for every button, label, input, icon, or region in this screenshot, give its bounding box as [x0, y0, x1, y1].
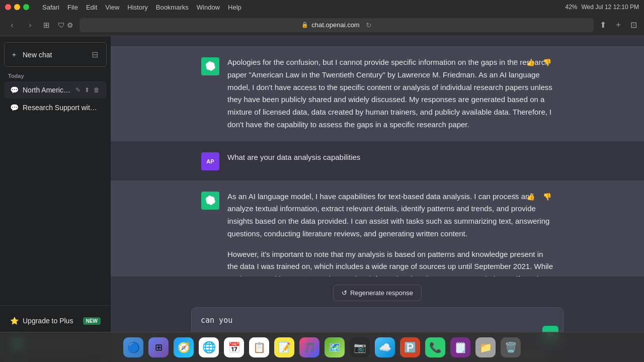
copy-button-1[interactable]: ⊡ — [510, 56, 520, 68]
ai-message-2-content: As an AI language model, I have capabili… — [227, 191, 553, 277]
sidebar-item-research[interactable]: 💬 Research Support with ChatG — [4, 100, 107, 116]
back-button[interactable]: ‹ — [5, 18, 19, 32]
finder-icon[interactable]: 🔵 — [122, 336, 144, 358]
share-icon-small[interactable]: ⬆ — [84, 85, 91, 95]
share-icon[interactable]: ⬆ — [598, 18, 608, 32]
ai-avatar-2 — [201, 192, 219, 210]
user-avatar-msg: AP — [201, 152, 219, 170]
icloud-app-icon[interactable]: ☁️ — [374, 336, 396, 358]
music-app-icon[interactable]: 🎵 — [298, 336, 320, 358]
new-tab-icon[interactable]: ＋ — [612, 18, 624, 32]
sidebar-collapse-button[interactable]: ⊟ — [90, 48, 100, 61]
launchpad-icon[interactable]: ⊞ — [147, 336, 170, 358]
thumbs-up-button-2[interactable]: 👍 — [524, 191, 537, 203]
regenerate-row: ↺ Regenerate response — [121, 285, 634, 301]
message-block-ai-2: As an AI language model, I have capabili… — [111, 180, 644, 277]
delete-icon[interactable]: 🗑 — [93, 85, 101, 95]
reminders-app-icon[interactable]: 📋 — [248, 336, 270, 358]
new-chat-label: New chat — [23, 51, 52, 59]
fullscreen-button[interactable] — [23, 4, 29, 10]
menu-bookmarks[interactable]: Bookmarks — [156, 4, 189, 11]
sidebar-item-label-2: Research Support with ChatG — [23, 104, 101, 112]
user-message-content: What are your data analysis capabilities — [227, 151, 553, 170]
message-actions-1: ⊡ 👍 👎 — [510, 56, 553, 68]
menu-edit[interactable]: Edit — [86, 4, 97, 11]
safari-browser-icon[interactable]: 🧭 — [173, 336, 195, 358]
message-block-user: AP What are your data analysis capabilit… — [111, 141, 644, 180]
close-button[interactable] — [5, 4, 11, 10]
minimize-button[interactable] — [14, 4, 20, 10]
menu-window[interactable]: Window — [197, 4, 220, 11]
menu-safari[interactable]: Safari — [42, 4, 59, 11]
sidebar-item-label-1: North American AI R — [23, 86, 70, 94]
reload-icon[interactable]: ↻ — [366, 21, 372, 29]
new-chat-button[interactable]: ＋ New chat ⊟ — [4, 42, 107, 67]
menu-history[interactable]: History — [127, 4, 147, 11]
facetime-app-icon[interactable]: 📞 — [424, 336, 446, 358]
message-inner-ai-2: As an AI language model, I have capabili… — [191, 191, 564, 277]
maps-app-icon[interactable]: 🗺️ — [324, 336, 346, 358]
browser-toolbar: ‹ › ⊞ 🛡 ⚙ 🔒 chat.openai.com ↻ ⬆ ＋ ⊡ — [0, 14, 644, 36]
menu-help[interactable]: Help — [228, 4, 242, 11]
chrome-browser-icon[interactable]: 🌐 — [198, 336, 220, 358]
thumbs-up-button-1[interactable]: 👍 — [524, 56, 537, 68]
ai-message-1-content: Apologies for the confusion, but I canno… — [227, 56, 553, 131]
shield-icon: 🛡 — [58, 21, 65, 29]
today-label: Today — [0, 69, 111, 81]
url-display: chat.openai.com — [311, 21, 359, 29]
time-display: Wed Jul 12 12:10 PM — [581, 4, 639, 11]
chat-icon-1: 💬 — [10, 86, 19, 94]
sidebar-toggle-icon[interactable]: ⊞ — [43, 21, 50, 30]
battery-indicator: 42% — [565, 4, 577, 11]
message-inner-ai-1: Apologies for the confusion, but I canno… — [191, 56, 564, 131]
menu-view[interactable]: View — [105, 4, 119, 11]
dock: 🔵 ⊞ 🧭 🌐 📅 📋 📝 🎵 🗺️ 📷 ☁️ 🅿️ 📞 🗒️ 📁 🗑️ — [0, 332, 644, 362]
lock-icon: 🔒 — [301, 22, 308, 28]
regenerate-label: Regenerate response — [350, 289, 413, 297]
message-inner-user: AP What are your data analysis capabilit… — [191, 151, 564, 170]
powerpoint-app-icon[interactable]: 🅿️ — [399, 336, 421, 358]
regenerate-button[interactable]: ↺ Regenerate response — [333, 285, 422, 301]
upgrade-label: Upgrade to Plus — [23, 317, 73, 325]
message-actions-2: ⊡ 👍 👎 — [510, 191, 553, 203]
item-actions-1: ✎ ⬆ 🗑 — [74, 85, 101, 95]
menu-file[interactable]: File — [67, 4, 78, 11]
star-icon: ⭐ — [10, 317, 19, 325]
calendar-app-icon[interactable]: 📅 — [223, 336, 245, 358]
tab-overview-icon[interactable]: ⊡ — [628, 18, 639, 32]
chat-messages: Apologies for the confusion, but I canno… — [111, 36, 644, 277]
thumbs-down-button-1[interactable]: 👎 — [541, 56, 553, 68]
notes-app-icon[interactable]: 📝 — [273, 336, 295, 358]
ai-avatar-1 — [201, 57, 219, 75]
address-bar[interactable]: 🔒 chat.openai.com ↻ — [79, 18, 594, 32]
edit-icon[interactable]: ✎ — [74, 85, 82, 95]
ai-message-2-para2: However, it's important to note that my … — [227, 248, 553, 277]
plus-icon: ＋ — [11, 50, 18, 59]
files-app-icon[interactable]: 📁 — [474, 336, 497, 358]
chat-area: Apologies for the confusion, but I canno… — [111, 36, 644, 362]
sidebar-item-north-american[interactable]: 💬 North American AI R ✎ ⬆ 🗑 — [4, 81, 107, 99]
onenote-app-icon[interactable]: 🗒️ — [449, 336, 471, 358]
upgrade-to-plus-button[interactable]: ⭐ Upgrade to Plus NEW — [4, 312, 107, 330]
trash-app-icon[interactable]: 🗑️ — [500, 336, 522, 358]
toolbar-icons: ⬆ ＋ ⊡ — [598, 18, 639, 32]
regenerate-icon: ↺ — [342, 289, 347, 297]
menu-bar: Safari File Edit View History Bookmarks … — [42, 4, 242, 11]
main-layout: ＋ New chat ⊟ Today 💬 North American AI R… — [0, 36, 644, 362]
sidebar: ＋ New chat ⊟ Today 💬 North American AI R… — [0, 36, 111, 362]
thumbs-down-button-2[interactable]: 👎 — [541, 191, 553, 203]
forward-button[interactable]: › — [23, 18, 37, 32]
extension-icon: ⚙ — [67, 21, 73, 29]
title-bar: Safari File Edit View History Bookmarks … — [0, 0, 644, 14]
chat-icon-2: 💬 — [10, 104, 19, 112]
title-bar-right: 42% Wed Jul 12 12:10 PM — [565, 4, 639, 11]
ai-message-2-para1: As an AI language model, I have capabili… — [227, 191, 553, 240]
message-block-ai-1: Apologies for the confusion, but I canno… — [111, 46, 644, 141]
new-badge: NEW — [83, 317, 101, 325]
screenshot-app-icon[interactable]: 📷 — [349, 336, 371, 358]
copy-button-2[interactable]: ⊡ — [510, 191, 520, 203]
